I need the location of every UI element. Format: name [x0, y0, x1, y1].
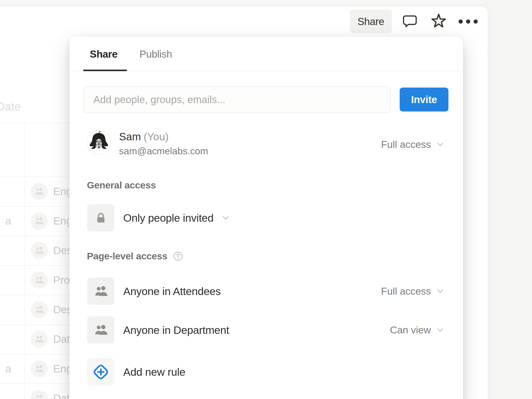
chevron-down-icon [221, 213, 231, 223]
table-divider [0, 177, 70, 177]
people-icon [31, 390, 48, 399]
member-access-dropdown[interactable]: Full access [381, 137, 445, 152]
invite-button[interactable]: Invite [400, 88, 449, 112]
access-level-label: Can view [390, 324, 431, 336]
people-icon [87, 316, 114, 344]
chevron-down-icon [435, 325, 445, 335]
member-email: sam@acmelabs.com [119, 146, 208, 157]
add-people-input[interactable] [83, 86, 391, 113]
general-access-dropdown[interactable]: Only people invited [87, 204, 231, 231]
favorite-star-icon[interactable] [430, 13, 447, 30]
access-level-label: Full access [381, 285, 431, 297]
table-divider [0, 324, 70, 325]
add-new-rule-button[interactable]: Add new rule [87, 358, 185, 386]
people-icon [31, 360, 48, 378]
table-grid-line [25, 123, 25, 399]
lock-icon [87, 204, 114, 231]
avatar [87, 130, 111, 154]
help-icon[interactable] [173, 251, 183, 262]
page-level-access-heading: Page-level access [87, 251, 183, 262]
table-cell-text: Dat [53, 392, 70, 399]
attendees-access-dropdown[interactable]: Full access [381, 284, 445, 299]
chevron-down-icon [435, 140, 445, 149]
people-icon [31, 272, 48, 289]
tab-publish[interactable]: Publish [139, 48, 172, 60]
rule-label: Anyone in Attendees [123, 285, 221, 298]
table-cell-text: Pro [53, 274, 70, 286]
people-icon [31, 212, 48, 230]
table-cell-text: a [5, 215, 11, 227]
department-access-dropdown[interactable]: Can view [390, 322, 445, 338]
people-icon [31, 183, 48, 200]
table-divider [0, 265, 70, 266]
member-name-text: Sam [119, 131, 141, 143]
table-divider [0, 123, 70, 123]
rule-row-attendees[interactable]: Anyone in Attendees [87, 278, 221, 305]
column-header-date: Date [0, 100, 21, 113]
rule-row-department[interactable]: Anyone in Department [87, 316, 229, 344]
general-access-value: Only people invited [123, 212, 214, 224]
table-divider [0, 383, 70, 384]
active-tab-indicator [83, 70, 127, 71]
table-cell-text: a [5, 363, 11, 375]
rule-label: Anyone in Department [123, 324, 229, 336]
table-divider [0, 236, 70, 236]
table-divider [0, 206, 70, 207]
member-name: Sam(You) [119, 131, 169, 143]
tab-share[interactable]: Share [90, 48, 117, 60]
diamond-plus-icon [87, 358, 114, 386]
people-icon [31, 301, 48, 318]
people-icon [87, 278, 114, 305]
access-level-label: Full access [381, 139, 431, 150]
people-icon [31, 330, 48, 348]
comments-icon[interactable] [402, 14, 418, 29]
dialog-tabs: Share Publish [69, 37, 463, 71]
topbar-share-button[interactable]: Share [350, 10, 392, 33]
share-dialog: Share Publish Invite Sam(You) sam@acmela… [69, 37, 463, 399]
chevron-down-icon [435, 286, 445, 296]
table-cell-text: Dat [53, 333, 70, 345]
general-access-heading: General access [87, 180, 156, 191]
table-divider [0, 354, 70, 355]
page-level-access-title: Page-level access [87, 251, 167, 262]
member-you-suffix: (You) [144, 131, 169, 143]
people-icon [31, 242, 48, 259]
background-table: Date Eng a Eng Des Pro Des Dat a Eng Dat [0, 0, 73, 399]
add-rule-label: Add new rule [123, 366, 185, 378]
more-options-icon[interactable] [457, 18, 479, 25]
table-divider [0, 295, 70, 295]
